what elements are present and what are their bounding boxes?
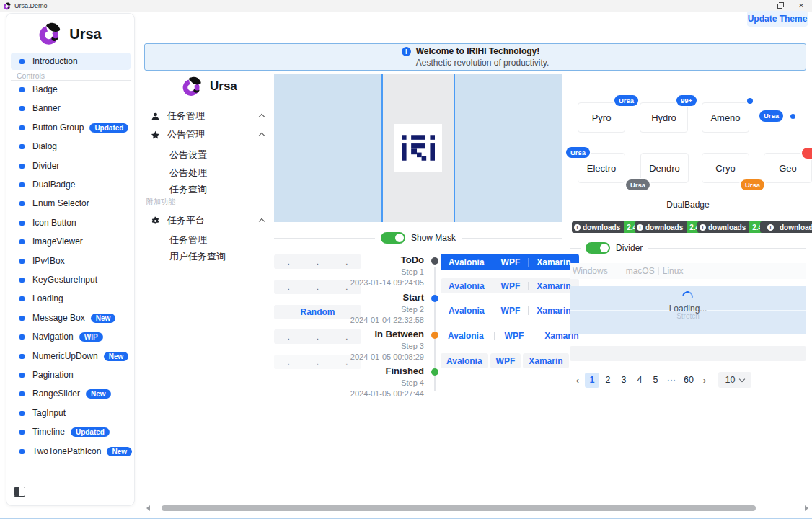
sidebar-item-message-box[interactable]: Message BoxNew	[11, 309, 131, 327]
sidebar-item-navigation[interactable]: NavigationWIP	[11, 327, 131, 346]
sidebar-item-divider[interactable]: Divider	[11, 156, 131, 175]
wpf-button[interactable]: WPF	[493, 278, 529, 293]
wpf-button[interactable]: WPF	[493, 254, 529, 270]
menu-item-task-management[interactable]: 任务管理	[147, 231, 271, 249]
page-button-4[interactable]: 4	[632, 373, 647, 388]
avalonia-button[interactable]: Avalonia	[438, 327, 494, 345]
sidebar-item-twotonepathicon[interactable]: TwoTonePathIconNew	[11, 442, 131, 461]
bullet-icon	[19, 239, 25, 244]
button-group-soft: Avalonia WPF Xamarin	[441, 278, 579, 293]
update-theme-button[interactable]: Update Theme	[747, 11, 808, 27]
page-button-2[interactable]: 2	[601, 373, 615, 388]
sidebar-item-ipv4box[interactable]: IPv4Box	[11, 252, 131, 270]
sidebar-item-timeline[interactable]: TimelineUpdated	[11, 422, 131, 441]
badge-card-hydro: Hydro	[640, 102, 688, 133]
sidebar-item-pagination[interactable]: Pagination	[11, 365, 131, 384]
scroll-right-icon[interactable]	[805, 505, 808, 511]
info-icon: i	[700, 224, 706, 231]
page-button-60[interactable]: 60	[680, 373, 697, 388]
image-viewer[interactable]	[274, 74, 562, 222]
dual-badge: idownloads2.4k	[572, 221, 644, 233]
gear-icon	[150, 216, 160, 226]
bullet-icon	[19, 182, 25, 187]
minimize-button[interactable]: –	[747, 0, 769, 12]
standalone-ursa-badge: Ursa	[759, 110, 783, 122]
timeline-dot-finished	[431, 368, 438, 376]
vertical-divider	[658, 267, 659, 275]
divider-demo-row: Divider	[570, 242, 806, 254]
divider-toggle[interactable]	[586, 242, 610, 254]
person-icon	[150, 112, 160, 121]
show-mask-toggle[interactable]	[381, 232, 405, 244]
vertical-divider	[617, 267, 617, 276]
pagination: ‹ 1 2 3 4 5 ··· 60 › 10	[571, 371, 751, 389]
bullet-icon	[19, 316, 25, 321]
sidebar-item-dialog[interactable]: Dialog	[11, 137, 131, 156]
ursa-logo-icon	[182, 76, 204, 97]
avalonia-button[interactable]: Avalonia	[441, 303, 493, 318]
sidebar-item-loading[interactable]: Loading	[11, 289, 131, 308]
restore-button[interactable]	[769, 0, 790, 12]
sidebar-item-keygestureinput[interactable]: KeyGestureInput	[11, 270, 131, 289]
avalonia-button[interactable]: Avalonia	[441, 278, 493, 293]
scroll-left-icon[interactable]	[146, 505, 150, 511]
bullet-icon	[19, 125, 25, 130]
chevron-up-icon	[259, 218, 265, 224]
timeline-dot-todo	[431, 257, 438, 265]
spinner-icon	[680, 289, 694, 303]
wpf-button[interactable]: WPF	[490, 353, 521, 368]
controls-section-label: Controls	[17, 71, 45, 80]
menu-group-task-management[interactable]: 任务管理	[147, 107, 271, 125]
page-ellipsis[interactable]: ···	[664, 373, 679, 388]
menu-group-announcement[interactable]: 公告管理	[147, 126, 271, 143]
xamarin-button[interactable]: Xamarin	[523, 353, 568, 368]
sidebar-item-taginput[interactable]: TagInput	[11, 404, 131, 422]
menu-item-announcement-handling[interactable]: 公告处理	[147, 164, 271, 182]
horizontal-scrollbar[interactable]	[141, 503, 812, 513]
sidebar-item-enum-selector[interactable]: Enum Selector	[11, 194, 131, 213]
avalonia-button[interactable]: Avalonia	[441, 254, 493, 270]
page-button-5[interactable]: 5	[648, 373, 663, 388]
wpf-button[interactable]: WPF	[493, 303, 529, 318]
menu-item-announcement-settings[interactable]: 公告设置	[147, 146, 271, 164]
prev-page-button[interactable]: ‹	[571, 373, 584, 388]
empty-bar	[570, 346, 806, 361]
badge-card-dendro: Dendro	[640, 153, 689, 183]
bullet-icon	[19, 201, 25, 206]
avalonia-button[interactable]: Avalonia	[441, 353, 488, 368]
sidebar-item-button-group[interactable]: Button GroupUpdated	[11, 118, 131, 137]
sidebar-item-dualbadge[interactable]: DualBadge	[11, 175, 131, 194]
menu-group-task-platform[interactable]: 任务平台	[147, 212, 271, 229]
sidebar-item-rangeslider[interactable]: RangeSliderNew	[11, 384, 131, 403]
scrollbar-thumb[interactable]	[162, 505, 756, 511]
wpf-button[interactable]: WPF	[495, 327, 534, 345]
sidebar-item-banner[interactable]: Banner	[11, 99, 131, 117]
sidebar-collapse-button[interactable]	[14, 487, 25, 497]
sidebar-item-numericupdown[interactable]: NumericUpDownNew	[11, 347, 131, 365]
page-size-select[interactable]: 10	[718, 372, 751, 388]
bullet-icon	[19, 259, 25, 264]
badge-card-cryo: Cryo	[702, 153, 749, 183]
bullet-icon	[19, 411, 25, 416]
sidebar-item-introduction[interactable]: Introduction	[11, 53, 131, 70]
bullet-icon	[19, 391, 25, 396]
page-button-3[interactable]: 3	[617, 373, 631, 388]
sidebar-item-icon-button[interactable]: Icon Button	[11, 213, 131, 232]
menu-item-task-query[interactable]: 任务查询	[147, 181, 271, 198]
close-button[interactable]: ✕	[790, 0, 812, 12]
bullet-icon	[19, 106, 25, 111]
menu-item-user-task-query[interactable]: 用户任务查询	[147, 248, 271, 265]
chevron-up-icon	[259, 133, 265, 138]
bullet-icon	[19, 354, 25, 359]
dual-badge: idownloads2.4k	[760, 221, 812, 233]
status-badge: New	[107, 447, 132, 456]
next-page-button[interactable]: ›	[698, 373, 711, 388]
irihi-logo-tile	[394, 124, 442, 172]
dual-badge: idownloads2.4k	[635, 221, 707, 233]
badge-card-pyro: Pyro	[578, 102, 625, 133]
button-group-wide: Avalonia WPF Xamarin	[438, 327, 589, 345]
page-button-1[interactable]: 1	[585, 373, 599, 388]
sidebar-item-imageviewer[interactable]: ImageViewer	[11, 232, 131, 251]
sidebar-item-badge[interactable]: Badge	[11, 80, 131, 99]
show-mask-label: Show Mask	[411, 233, 456, 243]
